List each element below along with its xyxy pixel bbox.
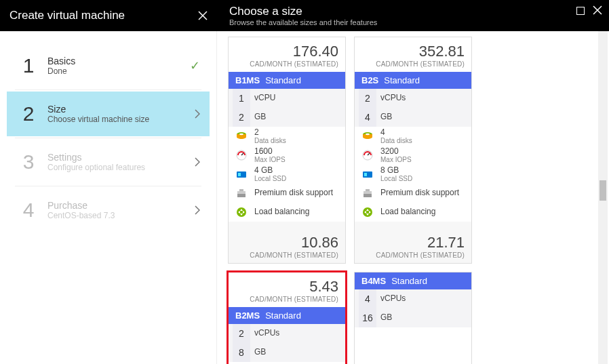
close-blade-icon[interactable] xyxy=(593,5,602,17)
vcpu-label: vCPUs xyxy=(376,294,467,303)
tier-label: Standard xyxy=(265,75,301,85)
step-title: Settings xyxy=(47,152,195,163)
wizard-steps: 1 Basics Done ✓ 2 Size Choose virtual ma… xyxy=(0,31,217,364)
step-number: 2 xyxy=(16,102,41,125)
spec-vcpu: 2vCPUs xyxy=(229,324,345,343)
price-label: CAD/MONTH (ESTIMATED) xyxy=(361,251,465,259)
premium-disk-icon xyxy=(359,187,376,199)
sku-name: B1MS xyxy=(235,75,260,85)
step-title: Basics xyxy=(47,56,190,66)
tier-header: B4MSStandard xyxy=(355,272,471,289)
svg-point-15 xyxy=(366,134,370,135)
price-value: 10.86 xyxy=(235,234,338,251)
ssd-icon xyxy=(359,168,376,180)
step-text: Settings Configure optional features xyxy=(47,152,195,172)
header-left: Create virtual machine xyxy=(0,0,217,31)
step-text: Purchase CentOS-based 7.3 xyxy=(47,200,195,220)
spec-disks: 4Data disks xyxy=(355,127,471,146)
top-price: 176.40 CAD/MONTH (ESTIMATED) xyxy=(229,37,345,72)
sku-name: B4MS xyxy=(361,276,386,286)
size-card-b2s[interactable]: 352.81 CAD/MONTH (ESTIMATED)B2SStandard2… xyxy=(354,37,472,264)
load-balancing-icon xyxy=(233,206,250,218)
spec-ssd: 4 GBLocal SSD xyxy=(229,165,345,184)
chevron-right-icon xyxy=(195,205,200,215)
size-card-b4ms[interactable]: B4MSStandard4vCPUs16GB xyxy=(354,272,472,364)
body: 1 Basics Done ✓ 2 Size Choose virtual ma… xyxy=(0,31,609,364)
wizard-step-1[interactable]: 1 Basics Done ✓ xyxy=(7,43,210,88)
wizard-step-2[interactable]: 2 Size Choose virtual machine size xyxy=(7,92,210,136)
premium-disk-icon xyxy=(233,187,250,199)
step-number: 3 xyxy=(16,150,41,174)
tier-label: Standard xyxy=(391,276,427,286)
tier-label: Standard xyxy=(265,310,301,321)
bottom-price: 10.86 CAD/MONTH (ESTIMATED) xyxy=(229,222,345,263)
sizes-panel: 176.40 CAD/MONTH (ESTIMATED)B1MSStandard… xyxy=(217,31,609,364)
size-card-b1ms[interactable]: 176.40 CAD/MONTH (ESTIMATED)B1MSStandard… xyxy=(228,37,346,264)
ssd-icon xyxy=(233,168,250,180)
size-card-b2ms[interactable]: 5.43 CAD/MONTH (ESTIMATED)B2MSStandard2v… xyxy=(228,272,346,364)
maximize-icon[interactable] xyxy=(576,5,585,17)
spec-vcpu: 4vCPUs xyxy=(355,289,471,308)
ram-label: GB xyxy=(250,348,341,357)
sku-name: B2S xyxy=(361,75,378,85)
step-subtitle: Configure optional features xyxy=(47,163,195,172)
close-icon[interactable] xyxy=(198,11,208,20)
svg-point-5 xyxy=(239,134,243,135)
vcpu-count: 4 xyxy=(359,289,376,308)
spec-premium: Premium disk support xyxy=(355,184,471,203)
blade-subtitle: Browse the available sizes and their fea… xyxy=(229,18,600,26)
top-price: 352.81 CAD/MONTH (ESTIMATED) xyxy=(355,37,471,72)
price-label: CAD/MONTH (ESTIMATED) xyxy=(235,296,338,303)
blade-title: Choose a size xyxy=(229,5,600,18)
wizard-step-3: 3 Settings Configure optional features xyxy=(7,140,210,184)
price-value: 5.43 xyxy=(235,278,338,296)
chevron-right-icon xyxy=(195,109,200,119)
vcpu-count: 2 xyxy=(233,324,250,343)
disk-icon xyxy=(233,130,250,142)
price-label: CAD/MONTH (ESTIMATED) xyxy=(361,60,465,68)
bottom-price: 21.71 CAD/MONTH (ESTIMATED) xyxy=(355,222,471,263)
disk-icon xyxy=(359,130,376,142)
wizard-step-4: 4 Purchase CentOS-based 7.3 xyxy=(7,188,210,232)
top-price: 5.43 CAD/MONTH (ESTIMATED) xyxy=(229,272,345,307)
svg-rect-22 xyxy=(366,189,370,191)
spec-lb: Load balancing xyxy=(355,203,471,222)
ram-gb: 8 xyxy=(233,343,250,362)
header-right: Choose a size Browse the available sizes… xyxy=(217,0,609,31)
gauge-icon xyxy=(233,149,250,161)
sizes-scroll[interactable]: 176.40 CAD/MONTH (ESTIMATED)B1MSStandard… xyxy=(217,31,609,364)
wizard-title: Create virtual machine xyxy=(9,9,125,22)
price-value: 176.40 xyxy=(235,43,338,60)
tier-header: B2SStandard xyxy=(355,72,471,89)
spec-premium: Premium disk support xyxy=(229,184,345,203)
spec-iops: 3200Max IOPS xyxy=(355,146,471,165)
spec-ram: 16GB xyxy=(355,308,471,327)
spec-iops: 1600Max IOPS xyxy=(229,146,345,165)
ram-label: GB xyxy=(376,313,467,322)
step-number: 4 xyxy=(16,199,41,222)
svg-rect-10 xyxy=(237,194,245,197)
price-label: CAD/MONTH (ESTIMATED) xyxy=(235,60,338,68)
load-balancing-icon xyxy=(359,206,376,218)
ram-gb: 4 xyxy=(359,108,376,127)
step-text: Basics Done xyxy=(47,56,190,76)
scrollbar[interactable] xyxy=(598,31,608,364)
price-value: 21.71 xyxy=(361,234,465,251)
svg-rect-9 xyxy=(238,173,241,176)
spec-ssd: 8 GBLocal SSD xyxy=(355,165,471,184)
svg-rect-11 xyxy=(237,191,245,194)
ram-label: GB xyxy=(376,113,467,121)
vcpu-label: vCPUs xyxy=(250,329,341,338)
step-title: Purchase xyxy=(47,200,195,211)
vcpu-label: vCPUs xyxy=(376,94,467,102)
gauge-icon xyxy=(359,149,376,161)
check-icon: ✓ xyxy=(190,58,200,73)
spec-ram: 4GB xyxy=(355,108,471,127)
tier-header: B1MSStandard xyxy=(229,72,345,89)
step-subtitle: Done xyxy=(47,66,190,76)
step-text: Size Choose virtual machine size xyxy=(47,104,195,124)
spec-vcpu: 1vCPU xyxy=(229,89,345,108)
scroll-thumb[interactable] xyxy=(600,180,606,201)
price-value: 352.81 xyxy=(361,43,465,60)
spec-lb: Load balancing xyxy=(229,203,345,222)
